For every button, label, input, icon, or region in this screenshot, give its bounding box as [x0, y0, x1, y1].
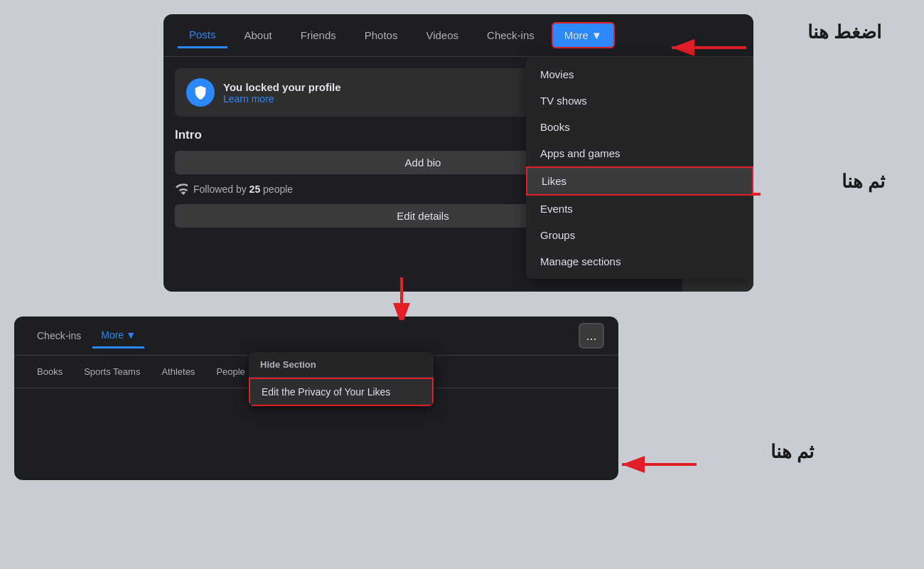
nav-item-photos[interactable]: Photos	[353, 23, 409, 47]
nav-item-posts[interactable]: Posts	[178, 23, 227, 48]
dropdown-books[interactable]: Books	[526, 114, 753, 140]
wifi-icon	[175, 183, 188, 196]
bottom-screenshot-panel: Check-ins More ▼ ... Hide Section Edit t…	[14, 317, 618, 480]
nav-item-about[interactable]: About	[233, 23, 284, 47]
annotation-label-2: ثم هنا	[842, 171, 885, 193]
learn-more-link[interactable]: Learn more	[223, 93, 341, 105]
shield-icon	[186, 78, 215, 107]
dropdown-manage[interactable]: Manage sections	[526, 248, 753, 275]
more-label: More	[564, 29, 589, 41]
edit-privacy-likes-item[interactable]: Edit the Privacy of Your Likes	[249, 378, 434, 406]
more-dropdown-menu: Movies TV shows Books Apps and games Lik…	[526, 57, 753, 279]
tab-books[interactable]: Books	[28, 361, 71, 382]
chevron-down-icon-bottom: ▼	[126, 329, 136, 341]
dropdown-groups[interactable]: Groups	[526, 222, 753, 248]
locked-title: You locked your profile	[223, 81, 341, 93]
followed-text: Followed by 25 people	[193, 184, 293, 195]
followed-count: 25	[249, 184, 261, 195]
context-menu-header: Hide Section	[249, 352, 434, 378]
bottom-nav-bar: Check-ins More ▼ ... Hide Section Edit t…	[14, 317, 618, 356]
annotation-label-1: اضغط هنا	[807, 21, 881, 43]
annotation-label-3: ثم هنا	[770, 441, 814, 463]
dropdown-appsgames[interactable]: Apps and games	[526, 140, 753, 166]
tab-sports-teams[interactable]: Sports Teams	[75, 361, 149, 382]
top-screenshot-panel: Posts About Friends Photos Videos Check-…	[163, 14, 753, 292]
context-menu: Hide Section Edit the Privacy of Your Li…	[249, 352, 434, 406]
dropdown-tvshows[interactable]: TV shows	[526, 87, 753, 114]
dropdown-likes[interactable]: Likes	[526, 166, 753, 196]
chevron-down-icon: ▼	[591, 29, 602, 41]
red-arrow-3	[618, 447, 704, 482]
bottom-nav-checkins[interactable]: Check-ins	[28, 324, 90, 347]
tab-athletes[interactable]: Athletes	[153, 361, 203, 382]
dots-menu-button[interactable]: ...	[579, 323, 604, 349]
top-nav-bar: Posts About Friends Photos Videos Check-…	[163, 14, 753, 57]
tab-people[interactable]: People	[208, 361, 253, 382]
nav-item-checkins[interactable]: Check-ins	[476, 23, 546, 47]
dropdown-events[interactable]: Events	[526, 196, 753, 222]
nav-item-videos[interactable]: Videos	[414, 23, 470, 47]
nav-item-friends[interactable]: Friends	[289, 23, 348, 47]
dropdown-movies[interactable]: Movies	[526, 61, 753, 87]
vertical-connector-arrow	[384, 277, 419, 320]
nav-item-more[interactable]: More ▼	[552, 22, 615, 48]
locked-text-block: You locked your profile Learn more	[223, 81, 341, 105]
bottom-nav-more[interactable]: More ▼	[92, 324, 144, 349]
